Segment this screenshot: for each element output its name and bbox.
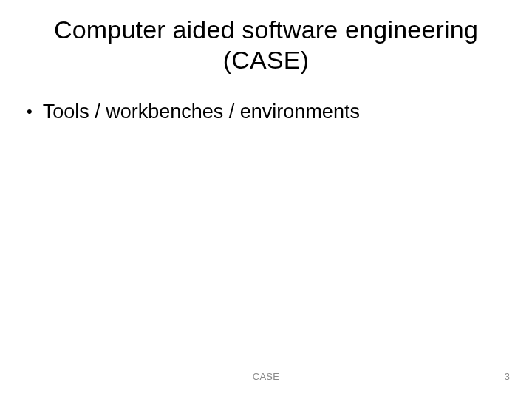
page-number: 3 (505, 371, 510, 382)
footer-label: CASE (253, 371, 280, 382)
slide-title: Computer aided software engineering (CAS… (0, 15, 532, 75)
bullet-text: Tools / workbenches / environments (43, 99, 360, 125)
bullet-item: • Tools / workbenches / environments (27, 99, 532, 125)
bullet-icon: • (27, 99, 33, 123)
slide-footer: CASE 3 (0, 371, 532, 386)
title-line-2: (CASE) (223, 46, 309, 74)
slide: Computer aided software engineering (CAS… (0, 0, 532, 399)
slide-content: • Tools / workbenches / environments (0, 99, 532, 125)
title-line-1: Computer aided software engineering (54, 16, 478, 44)
